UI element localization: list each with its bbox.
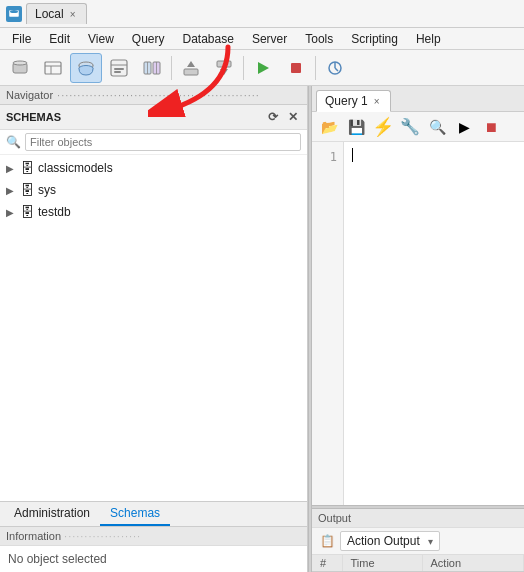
bottom-left: Administration Schemas Information ·····… <box>0 501 307 572</box>
query-run-btn[interactable]: ⚡ <box>370 115 396 139</box>
col-header-action: Action <box>422 555 524 572</box>
menu-edit[interactable]: Edit <box>41 30 78 48</box>
schemas-refresh-icon[interactable]: ⟳ <box>265 109 281 125</box>
menu-query[interactable]: Query <box>124 30 173 48</box>
svg-rect-11 <box>114 68 124 70</box>
editor-area: 1 <box>312 142 524 505</box>
toolbar-new-db[interactable] <box>4 53 36 83</box>
svg-line-25 <box>335 68 338 71</box>
svg-point-1 <box>10 10 18 13</box>
menu-database[interactable]: Database <box>175 30 242 48</box>
query-tabs: Query 1 × <box>312 86 524 112</box>
svg-rect-17 <box>184 69 198 75</box>
tab-administration[interactable]: Administration <box>4 502 100 526</box>
tree-item-testdb[interactable]: ▶ 🗄 testdb <box>0 201 307 223</box>
svg-point-3 <box>13 61 27 65</box>
local-tab-label: Local <box>35 7 64 21</box>
query-stop-btn[interactable]: ⏹ <box>478 115 504 139</box>
schemas-label: SCHEMAS <box>6 111 61 123</box>
toolbar <box>0 50 524 86</box>
line-1: 1 <box>330 150 337 164</box>
right-panel: Query 1 × 📂 💾 ⚡ 🔧 🔍 ▶ ⏹ 1 <box>312 86 524 572</box>
svg-marker-21 <box>258 62 269 74</box>
output-header: Output <box>312 509 524 528</box>
menu-view[interactable]: View <box>80 30 122 48</box>
tree-label-testdb: testdb <box>38 205 71 219</box>
local-tab-close[interactable]: × <box>70 9 76 20</box>
query-run-selected-btn[interactable]: 🔧 <box>397 115 423 139</box>
navigator-dots: ········································… <box>57 89 260 101</box>
sep3 <box>315 56 316 80</box>
dropdown-arrow-icon: ▾ <box>428 536 433 547</box>
filter-search-icon: 🔍 <box>6 135 21 149</box>
svg-rect-4 <box>45 62 61 74</box>
info-label: Information <box>6 530 61 542</box>
filter-input[interactable] <box>25 133 301 151</box>
filter-row: 🔍 <box>0 130 307 155</box>
schema-tree: ▶ 🗄 classicmodels ▶ 🗄 sys ▶ 🗄 testdb <box>0 155 307 501</box>
toolbar-stop[interactable] <box>280 53 312 83</box>
toolbar-db-connect[interactable] <box>70 53 102 83</box>
title-bar: Local × <box>0 0 524 28</box>
line-numbers: 1 <box>312 142 344 505</box>
schemas-icons: ⟳ ✕ <box>265 109 301 125</box>
query-tab-label: Query 1 <box>325 94 368 108</box>
menu-bar: File Edit View Query Database Server Too… <box>0 28 524 50</box>
cursor-line <box>352 148 516 162</box>
toolbar-run[interactable] <box>247 53 279 83</box>
output-panel: Output 📋 Action Output ▾ # Time Action <box>312 509 524 572</box>
navigator-label: Navigator <box>6 89 53 101</box>
toolbar-table-data[interactable] <box>136 53 168 83</box>
menu-server[interactable]: Server <box>244 30 295 48</box>
menu-tools[interactable]: Tools <box>297 30 341 48</box>
output-table: # Time Action <box>312 555 524 572</box>
bottom-tabs: Administration Schemas <box>0 502 307 527</box>
query-execute-btn[interactable]: ▶ <box>451 115 477 139</box>
action-output-dropdown[interactable]: Action Output ▾ <box>340 531 440 551</box>
toolbar-new-table[interactable] <box>37 53 69 83</box>
svg-rect-12 <box>114 71 121 73</box>
query-tab-1[interactable]: Query 1 × <box>316 90 391 112</box>
menu-scripting[interactable]: Scripting <box>343 30 406 48</box>
sep2 <box>243 56 244 80</box>
tree-db-icon-testdb: 🗄 <box>20 204 34 220</box>
toolbar-import[interactable] <box>175 53 207 83</box>
tree-arrow-classicmodels: ▶ <box>6 163 16 174</box>
sql-editor[interactable] <box>344 142 524 505</box>
query-open-btn[interactable]: 📂 <box>316 115 342 139</box>
schemas-filter-icon[interactable]: ✕ <box>285 109 301 125</box>
toolbar-export[interactable] <box>208 53 240 83</box>
local-tab[interactable]: Local × <box>26 3 87 24</box>
toolbar-commit[interactable] <box>319 53 351 83</box>
query-tab-close[interactable]: × <box>374 96 380 107</box>
query-save-btn[interactable]: 💾 <box>343 115 369 139</box>
navigator-header: Navigator ······························… <box>0 86 307 105</box>
toolbar-schema[interactable] <box>103 53 135 83</box>
menu-file[interactable]: File <box>4 30 39 48</box>
tab-schemas[interactable]: Schemas <box>100 502 170 526</box>
tree-label-sys: sys <box>38 183 56 197</box>
tree-label-classicmodels: classicmodels <box>38 161 113 175</box>
menu-help[interactable]: Help <box>408 30 449 48</box>
tree-item-classicmodels[interactable]: ▶ 🗄 classicmodels <box>0 157 307 179</box>
query-toolbar: 📂 💾 ⚡ 🔧 🔍 ▶ ⏹ <box>312 112 524 142</box>
info-section: Information ··················· <box>0 527 307 546</box>
tree-item-sys[interactable]: ▶ 🗄 sys <box>0 179 307 201</box>
action-output-label: Action Output <box>347 534 420 548</box>
left-panel: Navigator ······························… <box>0 86 308 572</box>
tree-db-icon-sys: 🗄 <box>20 182 34 198</box>
svg-marker-18 <box>187 61 195 67</box>
svg-rect-19 <box>217 61 231 67</box>
sep1 <box>171 56 172 80</box>
col-header-hash: # <box>312 555 342 572</box>
tree-db-icon-classicmodels: 🗄 <box>20 160 34 176</box>
text-cursor <box>352 148 353 162</box>
svg-rect-22 <box>291 63 301 73</box>
query-find-btn[interactable]: 🔍 <box>424 115 450 139</box>
output-label: Output <box>318 512 351 524</box>
app-icon <box>6 6 22 22</box>
output-doc-icon: 📋 <box>318 532 336 550</box>
svg-marker-20 <box>220 69 228 75</box>
tree-arrow-testdb: ▶ <box>6 207 16 218</box>
main-layout: Navigator ······························… <box>0 86 524 572</box>
